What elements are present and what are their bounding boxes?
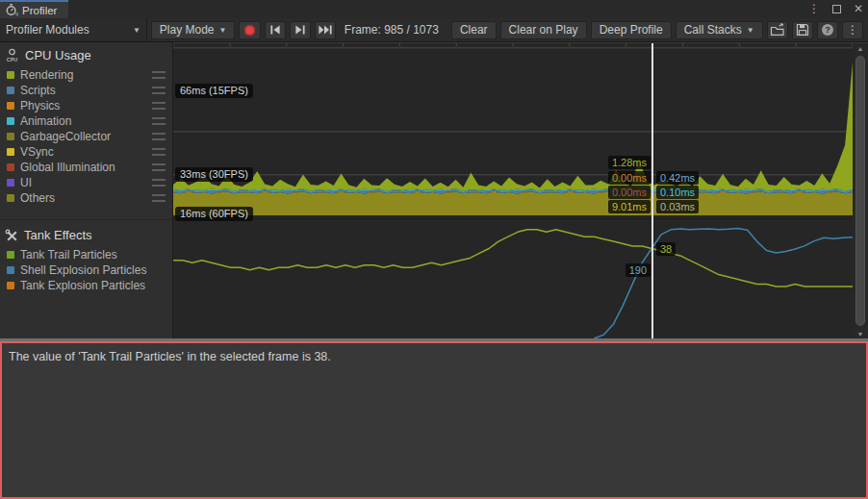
drag-handle-icon[interactable] bbox=[152, 133, 166, 140]
legend-item-global-illumination[interactable]: Global Illumination bbox=[0, 160, 172, 175]
selected-frame-line[interactable] bbox=[651, 43, 653, 339]
last-frame-icon bbox=[318, 24, 333, 36]
help-button[interactable]: ? bbox=[817, 21, 838, 39]
scrollbar-thumb[interactable] bbox=[855, 56, 865, 326]
next-frame-icon bbox=[294, 24, 307, 36]
legend-item-tank-trail-particles[interactable]: Tank Trail Particles bbox=[0, 247, 172, 262]
module-header-tank-effects: Tank Effects bbox=[0, 222, 172, 247]
profiler-modules-sidebar: CPU CPU Usage RenderingScriptsPhysicsAni… bbox=[0, 42, 173, 338]
svg-text:CPU: CPU bbox=[7, 57, 17, 62]
legend-color-swatch bbox=[7, 102, 14, 110]
tools-icon bbox=[5, 229, 18, 242]
save-profile-button[interactable] bbox=[792, 21, 813, 39]
maximize-icon[interactable] bbox=[832, 5, 841, 13]
clear-button[interactable]: Clear bbox=[451, 21, 497, 39]
module-header-cpu-usage: CPU CPU Usage bbox=[0, 42, 172, 67]
close-icon[interactable]: ✕ bbox=[854, 0, 863, 18]
tank-effects-chart[interactable] bbox=[173, 219, 853, 339]
legend-color-swatch bbox=[7, 163, 14, 171]
legend-item-vsync[interactable]: VSync bbox=[0, 144, 172, 160]
legend-item-animation[interactable]: Animation bbox=[0, 113, 172, 129]
legend-color-swatch bbox=[7, 266, 14, 274]
tooltip-shell-explosion-value: 190 bbox=[625, 263, 651, 277]
window-tab-bar: q Profiler ⋮ ✕ bbox=[0, 0, 868, 18]
drag-handle-icon[interactable] bbox=[152, 194, 166, 202]
save-icon bbox=[796, 23, 809, 37]
legend-item-label: Rendering bbox=[20, 68, 73, 82]
legend-item-garbagecollector[interactable]: GarbageCollector bbox=[0, 129, 172, 144]
gridline-label-33ms: 33ms (30FPS) bbox=[175, 167, 253, 182]
drag-handle-icon[interactable] bbox=[152, 102, 166, 110]
tab-label: Profiler bbox=[22, 5, 57, 16]
toolbar-menu-button[interactable]: ⋮ bbox=[842, 21, 863, 39]
legend-item-label: Scripts bbox=[20, 84, 56, 97]
cpu-usage-chart[interactable] bbox=[173, 43, 853, 218]
clear-on-play-toggle[interactable]: Clear on Play bbox=[500, 21, 587, 39]
legend-item-label: Tank Trail Particles bbox=[20, 248, 117, 262]
help-icon: ? bbox=[821, 23, 834, 37]
chevron-down-icon: ▼ bbox=[747, 26, 754, 35]
svg-text:q: q bbox=[15, 11, 18, 16]
cpu-icon: CPU bbox=[5, 48, 19, 62]
tooltip-physics-value: 0.00ms bbox=[608, 171, 651, 185]
tooltip-animation-value: 0.10ms bbox=[656, 186, 699, 199]
legend-item-label: Global Illumination bbox=[20, 161, 115, 174]
window-menu-icon[interactable]: ⋮ bbox=[808, 0, 820, 18]
drag-handle-icon[interactable] bbox=[152, 117, 166, 125]
tab-profiler[interactable]: q Profiler bbox=[0, 0, 68, 18]
legend-color-swatch bbox=[7, 251, 14, 259]
gridline-label-66ms: 66ms (15FPS) bbox=[175, 84, 253, 98]
call-stacks-dropdown[interactable]: Call Stacks ▼ bbox=[676, 21, 763, 39]
charts-scrollbar[interactable]: ▲ ▼ bbox=[853, 43, 868, 339]
legend-item-label: UI bbox=[20, 176, 32, 189]
play-mode-dropdown[interactable]: Play Mode ▼ bbox=[151, 21, 236, 39]
details-panel: The value of 'Tank Trail Particles' in t… bbox=[0, 341, 868, 499]
drag-handle-icon[interactable] bbox=[152, 179, 166, 187]
record-icon bbox=[244, 25, 255, 36]
legend-color-swatch bbox=[7, 282, 14, 289]
load-profile-button[interactable] bbox=[767, 21, 788, 39]
record-button[interactable] bbox=[239, 21, 260, 39]
legend-item-rendering[interactable]: Rendering bbox=[0, 67, 172, 83]
current-frame-button[interactable] bbox=[315, 21, 336, 39]
profiler-modules-label: Profiler Modules bbox=[6, 23, 89, 37]
legend-color-swatch bbox=[7, 87, 14, 94]
tooltip-tank-trail-value: 38 bbox=[656, 242, 676, 256]
legend-item-scripts[interactable]: Scripts bbox=[0, 83, 172, 98]
legend-color-swatch bbox=[7, 194, 14, 202]
deep-profile-toggle[interactable]: Deep Profile bbox=[591, 21, 672, 39]
profiler-charts-area: 66ms (15FPS) 33ms (30FPS) 16ms (60FPS) 1… bbox=[173, 42, 868, 338]
drag-handle-icon[interactable] bbox=[152, 71, 166, 79]
scroll-up-icon[interactable]: ▲ bbox=[853, 45, 868, 52]
legend-item-label: Animation bbox=[20, 114, 71, 128]
tooltip-others-value: 0.03ms bbox=[656, 200, 699, 213]
drag-handle-icon[interactable] bbox=[152, 87, 166, 94]
legend-item-label: Others bbox=[20, 191, 55, 205]
drag-handle-icon[interactable] bbox=[152, 148, 166, 156]
legend-color-swatch bbox=[7, 133, 14, 140]
legend-color-swatch bbox=[7, 148, 14, 156]
tooltip-gi-value: 0.00ms bbox=[608, 186, 651, 199]
gridline-label-16ms: 16ms (60FPS) bbox=[175, 207, 253, 221]
legend-item-ui[interactable]: UI bbox=[0, 175, 172, 190]
tooltip-scripts-value: 0.42ms bbox=[656, 171, 699, 185]
legend-item-physics[interactable]: Physics bbox=[0, 98, 172, 113]
profiler-toolbar: Profiler Modules ▼ Play Mode ▼ Frame: 98… bbox=[0, 18, 868, 42]
chevron-down-icon: ▼ bbox=[219, 26, 227, 35]
legend-item-tank-explosion-particles[interactable]: Tank Explosion Particles bbox=[0, 278, 172, 293]
legend-item-label: VSync bbox=[20, 145, 54, 159]
previous-frame-button[interactable] bbox=[265, 21, 286, 39]
profiler-modules-dropdown[interactable]: Profiler Modules ▼ bbox=[0, 18, 147, 41]
module-tank-effects: Tank Effects Tank Trail ParticlesShell E… bbox=[0, 219, 172, 293]
legend-item-others[interactable]: Others bbox=[0, 190, 172, 206]
legend-color-swatch bbox=[7, 117, 14, 125]
next-frame-button[interactable] bbox=[290, 21, 311, 39]
kebab-menu-icon: ⋮ bbox=[847, 23, 858, 37]
drag-handle-icon[interactable] bbox=[152, 163, 166, 171]
svg-text:?: ? bbox=[825, 25, 830, 35]
tooltip-rendering-value: 1.28ms bbox=[608, 156, 651, 169]
legend-item-label: Shell Explosion Particles bbox=[20, 263, 146, 277]
scroll-down-icon[interactable]: ▼ bbox=[853, 331, 868, 337]
legend-item-shell-explosion-particles[interactable]: Shell Explosion Particles bbox=[0, 262, 172, 278]
selected-frame-summary: The value of 'Tank Trail Particles' in t… bbox=[2, 343, 866, 370]
